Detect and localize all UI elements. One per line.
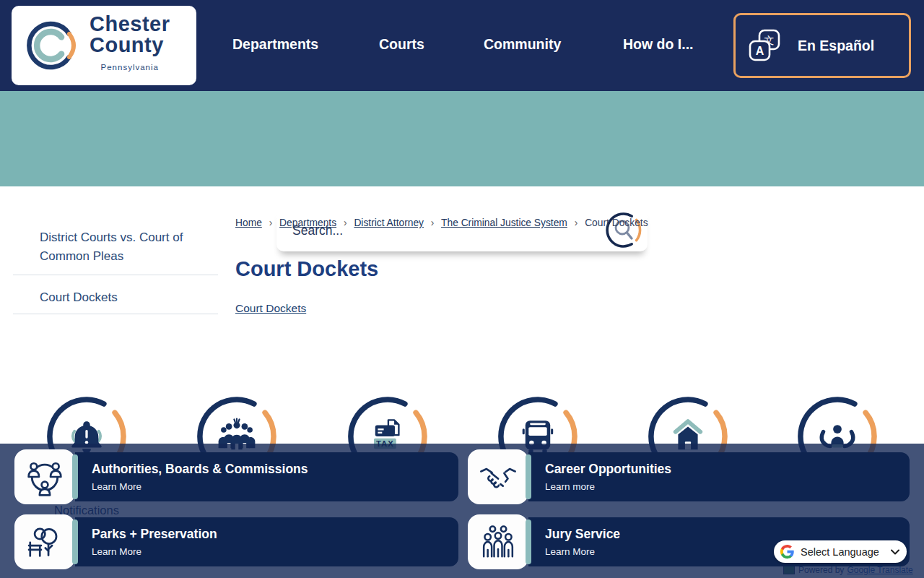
card-accent-bar <box>526 454 531 499</box>
logo-tagline: Pennsylvania <box>90 57 170 78</box>
card-title: Parks + Preservation <box>92 527 458 542</box>
breadcrumb: Home › Departments › District Attorney ›… <box>235 217 648 228</box>
page-title: Court Dockets <box>235 257 378 281</box>
sidebar-item-district-courts[interactable]: District Courts vs. Court of Common Plea… <box>40 228 191 266</box>
card-accent-bar <box>526 519 531 564</box>
sidebar-item-court-dockets[interactable]: Court Dockets <box>40 288 191 307</box>
court-dockets-link[interactable]: Court Dockets <box>235 302 306 315</box>
breadcrumb-departments[interactable]: Departments <box>279 217 336 228</box>
handshake-icon <box>479 457 518 496</box>
en-espanol-label: En Español <box>798 38 874 54</box>
logo-line1: Chester <box>90 14 170 35</box>
card-accent-bar <box>72 519 78 564</box>
search-input[interactable] <box>291 209 583 253</box>
card-accent-bar <box>72 454 78 499</box>
svg-text:A: A <box>756 45 764 57</box>
chevron-down-icon <box>891 549 899 555</box>
card-title: Career Opportunities <box>545 462 910 477</box>
logo-line2: County <box>90 35 170 56</box>
google-translate-select[interactable]: Select Language <box>774 540 907 563</box>
nav-item-how-do-i[interactable]: How do I... <box>623 36 694 53</box>
nav-item-courts[interactable]: Courts <box>379 36 424 53</box>
card-learn-more-link[interactable]: Learn more <box>545 481 910 492</box>
card-authorities-boards-commissions[interactable]: Authorities, Boards & Commissions Learn … <box>14 449 458 504</box>
sidebar-divider <box>13 314 218 314</box>
card-learn-more-link[interactable]: Learn More <box>92 546 458 557</box>
breadcrumb-criminal-justice-system[interactable]: The Criminal Justice System <box>441 217 567 228</box>
card-title: Authorities, Boards & Commissions <box>92 462 458 477</box>
search-box <box>276 209 648 251</box>
translate-icon: 文 A <box>747 28 782 63</box>
card-learn-more-link[interactable]: Learn More <box>92 481 458 492</box>
card-career-opportunities[interactable]: Career Opportunities Learn more <box>468 449 910 504</box>
select-language-label: Select Language <box>801 546 891 558</box>
nav-item-community[interactable]: Community <box>484 36 561 53</box>
en-espanol-button[interactable]: 文 A En Español <box>733 13 911 78</box>
county-logo-mark-icon <box>22 14 85 77</box>
committee-people-icon <box>25 457 64 496</box>
nav-item-departments[interactable]: Departments <box>232 36 318 53</box>
google-g-icon <box>780 544 795 559</box>
card-parks-preservation[interactable]: Parks + Preservation Learn More <box>14 514 458 569</box>
breadcrumb-current: Court Dockets <box>585 217 648 228</box>
county-logo[interactable]: Chester County Pennsylvania <box>12 6 196 85</box>
jury-group-icon <box>479 522 518 561</box>
sidebar-divider <box>13 275 218 275</box>
breadcrumb-district-attorney[interactable]: District Attorney <box>354 217 424 228</box>
card-title: Jury Service <box>545 527 910 542</box>
park-bench-tree-icon <box>25 522 64 561</box>
search-icon[interactable] <box>605 211 643 249</box>
search-band <box>0 91 924 186</box>
breadcrumb-home[interactable]: Home <box>235 217 262 228</box>
top-navbar: Chester County Pennsylvania Departments … <box>0 0 924 91</box>
